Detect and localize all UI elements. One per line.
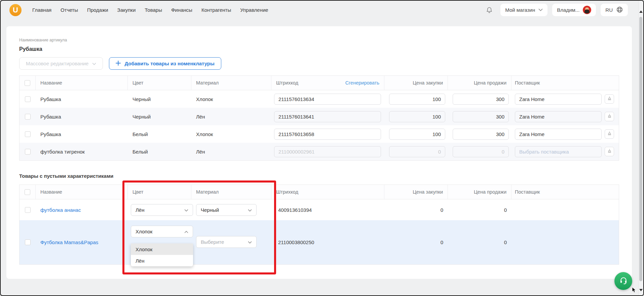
select-all-checkbox[interactable] xyxy=(25,80,30,86)
col-header-barcode: Штрихкод xyxy=(271,185,384,199)
material-select-value: Черный xyxy=(201,207,219,213)
scroll-up-arrow-icon[interactable] xyxy=(639,10,643,13)
row-checkbox[interactable] xyxy=(25,239,31,245)
sale-price-input[interactable] xyxy=(453,111,509,122)
material-select[interactable]: Черный xyxy=(196,204,257,216)
clear-supplier-button[interactable] xyxy=(605,129,614,139)
user-menu[interactable]: Владим... xyxy=(552,4,596,16)
supplier-input[interactable] xyxy=(515,94,602,105)
notifications-bell-icon[interactable] xyxy=(483,4,496,17)
broom-icon xyxy=(607,149,612,155)
barcode-input[interactable] xyxy=(274,146,381,157)
dropdown-option-cotton[interactable]: Хлопок xyxy=(131,243,193,255)
material-select-placeholder[interactable]: Выберите xyxy=(196,236,257,248)
purchase-price-value: 0 xyxy=(384,207,448,213)
products-table: Название Цвет Материал Штрихкод Сгенерир… xyxy=(19,75,619,161)
vertical-scrollbar[interactable] xyxy=(638,1,643,295)
dropdown-option-linen[interactable]: Лён xyxy=(131,255,193,266)
clear-supplier-button[interactable] xyxy=(605,147,614,156)
product-name: Рубашка xyxy=(36,131,128,137)
purchase-price-input[interactable] xyxy=(389,94,445,105)
supplier-input[interactable] xyxy=(515,129,602,140)
top-navigation: U Главная Отчеты Продажи Закупки Товары … xyxy=(1,1,643,19)
plus-icon xyxy=(116,61,121,67)
supplier-input[interactable] xyxy=(515,146,602,157)
empty-characteristics-table: Название Цвет Материал Штрихкод Цена зак… xyxy=(19,185,619,265)
chevron-down-icon xyxy=(538,8,543,11)
select-all-checkbox[interactable] xyxy=(25,189,30,195)
barcode-input[interactable] xyxy=(274,111,381,122)
menu-item-finance[interactable]: Финансы xyxy=(171,7,192,13)
store-selector[interactable]: Мой магазин xyxy=(500,4,547,16)
barcode-value: 2110003800250 xyxy=(271,239,384,245)
chevron-down-icon xyxy=(248,207,252,213)
color-select[interactable]: Лён xyxy=(131,204,193,216)
add-products-button[interactable]: Добавить товары из номенклатуры xyxy=(109,57,221,70)
table-row: Рубашка Белый Хлопок xyxy=(20,125,619,143)
scroll-down-arrow-icon[interactable] xyxy=(639,289,643,291)
row-checkbox[interactable] xyxy=(25,114,31,120)
supplier-input[interactable] xyxy=(515,111,602,122)
chevron-down-icon xyxy=(92,61,96,66)
scrollbar-thumb[interactable] xyxy=(639,17,642,281)
product-name: футболка тигренок xyxy=(36,149,128,155)
color-select-open[interactable]: Хлопок xyxy=(131,226,193,237)
purchase-price-input[interactable] xyxy=(389,146,445,157)
sale-price-input[interactable] xyxy=(453,94,509,105)
product-name: Рубашка xyxy=(36,114,128,120)
col-header-material: Материал xyxy=(191,185,271,199)
chevron-down-icon xyxy=(184,207,188,213)
app-window: U Главная Отчеты Продажи Закупки Товары … xyxy=(0,0,644,296)
color-select-value: Лён xyxy=(136,207,144,213)
sale-price-input[interactable] xyxy=(453,146,509,157)
barcode-value: 400913610394 xyxy=(271,207,384,213)
col-header-color: Цвет xyxy=(128,76,191,90)
language-switcher[interactable]: RU xyxy=(601,4,628,16)
product-color: Черный xyxy=(128,114,191,120)
clear-supplier-button[interactable] xyxy=(605,112,614,121)
clear-supplier-button[interactable] xyxy=(605,94,614,104)
col-header-purchase-price: Цена закупки xyxy=(384,185,448,199)
support-chat-button[interactable] xyxy=(614,272,632,290)
row-checkbox[interactable] xyxy=(25,96,31,102)
generate-barcodes-link[interactable]: Сгенерировать xyxy=(345,80,379,86)
bulk-edit-button[interactable]: Массовое редактирование xyxy=(19,57,103,70)
col-header-color: Цвет xyxy=(128,185,191,199)
topbar-right: Мой магазин Владим... RU xyxy=(483,4,628,17)
content-card: Наименование артикула Рубашка Массовое р… xyxy=(6,26,632,279)
purchase-price-input[interactable] xyxy=(389,129,445,140)
sale-price-value: 0 xyxy=(448,207,512,213)
product-name-link[interactable]: футболка ананас xyxy=(40,207,81,213)
menu-item-products[interactable]: Товары xyxy=(145,7,162,13)
menu-item-management[interactable]: Управление xyxy=(240,7,268,13)
menu-item-sales[interactable]: Продажи xyxy=(87,7,108,13)
row-checkbox[interactable] xyxy=(25,131,31,137)
menu-item-reports[interactable]: Отчеты xyxy=(61,7,78,13)
chevron-up-icon xyxy=(184,229,188,234)
row-checkbox[interactable] xyxy=(25,207,31,213)
sale-price-input[interactable] xyxy=(453,129,509,140)
material-select-placeholder-text: Выберите xyxy=(201,239,224,245)
barcode-input[interactable] xyxy=(274,129,381,140)
purchase-price-input[interactable] xyxy=(389,111,445,122)
barcode-input[interactable] xyxy=(274,94,381,105)
headset-icon xyxy=(619,276,628,286)
menu-item-purchases[interactable]: Закупки xyxy=(117,7,136,13)
user-avatar xyxy=(583,6,591,14)
menu-item-contractors[interactable]: Контрагенты xyxy=(201,7,231,13)
actions-row: Массовое редактирование Добавить товары … xyxy=(19,57,619,70)
brand-logo[interactable]: U xyxy=(9,4,22,16)
product-material: Лён xyxy=(191,149,271,155)
table-row: футболка ананас Лён Черный 400913610394 … xyxy=(20,199,619,220)
article-name-label: Наименование артикула xyxy=(19,38,619,42)
broom-icon xyxy=(607,96,612,102)
mouse-cursor xyxy=(632,287,637,295)
product-name-link[interactable]: Футболка Mamas&Papas xyxy=(40,239,98,245)
bulk-edit-label: Массовое редактирование xyxy=(26,61,88,66)
purchase-price-value: 0 xyxy=(384,239,448,245)
store-selector-label: Мой магазин xyxy=(505,7,535,13)
table-row-active: Футболка Mamas&Papas Хлопок Хлопок Лён В… xyxy=(20,220,619,264)
col-header-supplier: Поставщик xyxy=(512,185,619,199)
row-checkbox[interactable] xyxy=(25,149,31,155)
menu-item-home[interactable]: Главная xyxy=(32,7,51,13)
